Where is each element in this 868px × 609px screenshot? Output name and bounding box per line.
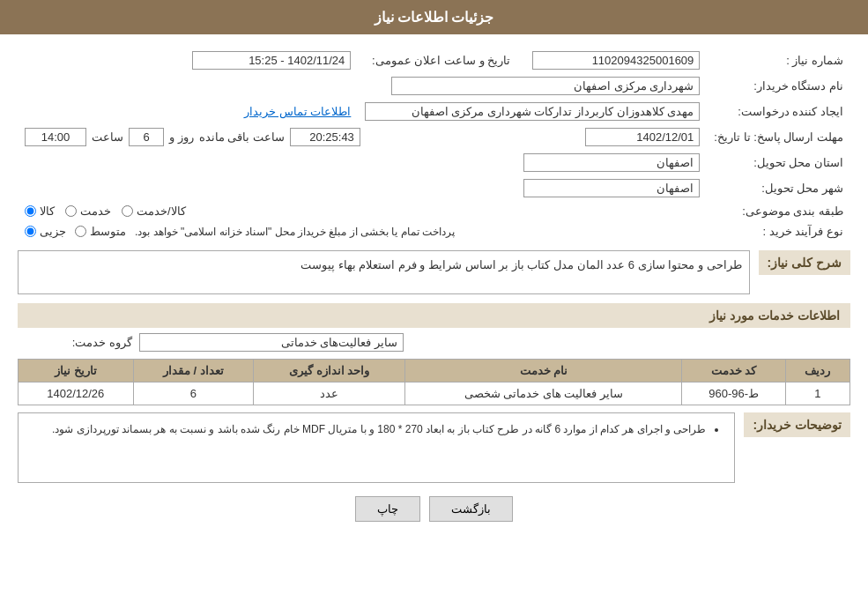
buyer-org-label: نام دستگاه خریدار: (707, 73, 850, 99)
need-number-value: 1102094325001609 (532, 51, 700, 70)
services-section-title: اطلاعات خدمات مورد نیاز (18, 303, 850, 328)
table-header-service-name: نام خدمت (405, 360, 682, 382)
subject-category-label: طبقه بندی موضوعی: (707, 201, 850, 221)
services-table: ردیف کد خدمت نام خدمت واحد اندازه گیری ت… (18, 359, 850, 405)
delivery-city-value: اصفهان (523, 179, 700, 197)
radio-kala[interactable]: کالا (25, 204, 55, 218)
announcement-date-label: تاریخ و ساعت اعلان عمومی: (358, 48, 517, 73)
radio-motavaset[interactable]: متوسط (75, 225, 126, 238)
radio-kala-khedmat[interactable]: کالا/خدمت (122, 204, 186, 218)
table-header-unit: واحد اندازه گیری (254, 360, 405, 382)
need-description-value: طراحی و محتوا سازی 6 عدد المان مدل کتاب … (18, 250, 750, 294)
remaining-time-value: 20:25:43 (290, 128, 360, 146)
table-header-service-code: کد خدمت (682, 360, 785, 382)
table-row: 1ط-96-960سایر فعالیت های خدماتی شخصیعدد6… (19, 382, 850, 405)
buyer-org-value: شهرداری مرکزی اصفهان (391, 77, 700, 95)
print-button[interactable]: چاپ (355, 496, 420, 522)
radio-kala-label: کالا (40, 204, 55, 218)
radio-kala-khedmat-label: کالا/خدمت (137, 204, 186, 218)
response-time-value: 14:00 (25, 128, 86, 146)
service-group-value: سایر فعالیت‌های خدماتی (139, 333, 404, 352)
table-header-quantity: تعداد / مقدار (133, 360, 254, 382)
delivery-province-label: استان محل تحویل: (707, 150, 850, 175)
announcement-date-value: 1402/11/24 - 15:25 (192, 51, 351, 70)
delivery-city-label: شهر محل تحویل: (707, 175, 850, 201)
creator-value: مهدی کلاهدوزان کاربرداز تدارکات شهرداری … (365, 102, 700, 121)
radio-khedmat-label: خدمت (80, 204, 111, 218)
buyer-notes-value: طراحی و اجرای هر کدام از موارد 6 گانه در… (18, 412, 735, 483)
process-note: پرداخت تمام یا بخشی از مبلغ خریداز محل "… (135, 226, 455, 238)
need-description-section-title: شرح کلی نیاز: (759, 250, 850, 275)
response-day-label: روز و (169, 130, 194, 144)
response-deadline-label: مهلت ارسال پاسخ: تا تاریخ: (707, 124, 850, 150)
radio-khedmat[interactable]: خدمت (65, 204, 111, 218)
service-group-label: گروه خدمت: (18, 336, 132, 349)
response-days-value: 6 (129, 128, 164, 146)
process-type-label: نوع فرآیند خرید : (707, 221, 850, 241)
page-header: جزئیات اطلاعات نیاز (0, 0, 868, 34)
button-row: بازگشت چاپ (18, 496, 850, 535)
radio-jazzi[interactable]: جزیی (25, 225, 66, 238)
remaining-time-label: ساعت باقی مانده (199, 130, 285, 144)
response-time-label: ساعت (92, 130, 123, 144)
page-title: جزئیات اطلاعات نیاز (375, 10, 494, 25)
radio-jazzi-label: جزیی (40, 225, 66, 238)
creator-label: ایجاد کننده درخواست: (707, 99, 850, 124)
table-header-date: تاریخ نیاز (19, 360, 134, 382)
radio-motavaset-label: متوسط (90, 225, 126, 238)
response-date-value: 1402/12/01 (585, 128, 700, 146)
back-button[interactable]: بازگشت (429, 496, 513, 522)
delivery-province-value: اصفهان (523, 153, 700, 172)
buyer-notes-section-title: توضیحات خریدار: (744, 412, 850, 437)
table-header-row: ردیف (785, 360, 849, 382)
need-number-label: شماره نیاز : (707, 48, 850, 73)
contact-info-link[interactable]: اطلاعات تماس خریدار (244, 105, 351, 118)
